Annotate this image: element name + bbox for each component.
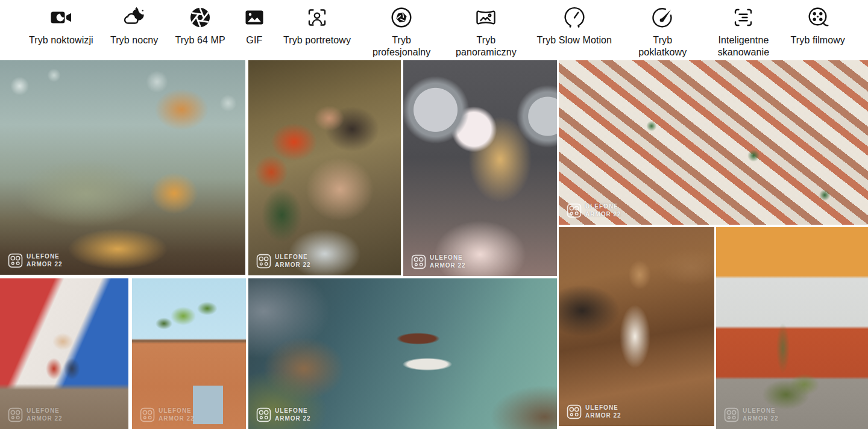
camera-module-icon	[567, 203, 582, 218]
watermark: ULEFONE ARMOR 22	[256, 407, 311, 422]
mode-label: Tryb profesjonalny	[368, 34, 435, 58]
mode-tryb-panoramiczny: Tryb panoramiczny	[452, 5, 520, 58]
camera-module-icon	[724, 407, 739, 422]
watermark: ULEFONE ARMOR 22	[8, 253, 63, 268]
watermark-model: ARMOR 22	[275, 415, 311, 423]
watermark-model: ARMOR 22	[430, 262, 466, 270]
watermark-brand: ULEFONE	[159, 407, 195, 415]
camera-module-icon	[256, 407, 271, 422]
gallery-photo-dog-rocks: ULEFONE ARMOR 22	[559, 227, 714, 426]
mode-tryb-filmowy: Tryb filmowy	[791, 5, 845, 46]
gallery-photo-french-bulldog: ULEFONE ARMOR 22	[0, 278, 128, 429]
watermark-model: ARMOR 22	[743, 415, 779, 423]
mode-label: Tryb nocny	[110, 34, 159, 46]
mode-label: Tryb 64 MP	[175, 34, 225, 46]
aperture-shutter-icon	[188, 5, 212, 30]
gallery-photo-terracotta-building: ULEFONE ARMOR 22	[132, 278, 246, 429]
watermark: ULEFONE ARMOR 22	[567, 404, 621, 419]
watermark-brand: ULEFONE	[743, 407, 779, 415]
film-reel-icon	[806, 5, 830, 30]
portrait-focus-frame-icon	[305, 5, 329, 30]
camera-module-icon	[567, 404, 582, 419]
watermark: ULEFONE ARMOR 22	[567, 203, 621, 218]
camera-module-icon	[411, 254, 426, 269]
watermark-brand: ULEFONE	[27, 407, 63, 415]
slow-motion-gauge-icon	[562, 5, 587, 30]
gallery-photo-cove-boats: ULEFONE ARMOR 22	[248, 278, 557, 429]
watermark-brand: ULEFONE	[585, 404, 621, 412]
watermark-model: ARMOR 22	[27, 261, 63, 269]
watermark: ULEFONE ARMOR 22	[411, 254, 466, 269]
time-lapse-speedometer-icon	[650, 5, 675, 30]
watermark-brand: ULEFONE	[275, 407, 311, 415]
mode-label: GIF	[246, 34, 262, 46]
mode-label: Tryb filmowy	[791, 34, 845, 46]
mode-label: Tryb poklatkowy	[629, 34, 696, 58]
mode-gif: GIF	[242, 5, 266, 46]
watermark-model: ARMOR 22	[585, 211, 621, 219]
gallery-photo-village-aerial: ULEFONE ARMOR 22	[559, 60, 868, 225]
smart-scan-icon	[731, 5, 755, 30]
gallery-photo-striped-wall: ULEFONE ARMOR 22	[716, 227, 868, 429]
camera-module-icon	[140, 407, 155, 422]
gallery-photo-iguana: ULEFONE ARMOR 22	[0, 60, 245, 275]
watermark: ULEFONE ARMOR 22	[256, 254, 311, 269]
mode-tryb-poklatkowy: Tryb poklatkowy	[629, 5, 696, 58]
camera-module-icon	[8, 253, 23, 268]
gallery-photo-woman-donut: ULEFONE ARMOR 22	[403, 60, 557, 276]
gif-image-icon	[242, 5, 266, 30]
watermark-model: ARMOR 22	[27, 415, 63, 423]
watermark: ULEFONE ARMOR 22	[140, 407, 195, 422]
mode-label: Tryb noktowizji	[29, 34, 93, 46]
watermark-model: ARMOR 22	[275, 261, 311, 269]
watermark-brand: ULEFONE	[430, 254, 466, 262]
camera-module-icon	[256, 254, 271, 269]
night-vision-video-icon	[49, 5, 73, 30]
mode-tryb-64mp: Tryb 64 MP	[175, 5, 225, 46]
night-cloud-moon-icon	[122, 5, 146, 30]
watermark-brand: ULEFONE	[27, 253, 63, 261]
mode-label: Tryb panoramiczny	[452, 34, 520, 58]
camera-module-icon	[8, 407, 23, 422]
watermark-brand: ULEFONE	[585, 203, 621, 211]
watermark-model: ARMOR 22	[159, 415, 195, 423]
watermark-brand: ULEFONE	[275, 254, 311, 261]
mode-tryb-profesjonalny: Tryb profesjonalny	[368, 5, 435, 58]
camera-modes-strip: Tryb noktowizji Tryb nocny	[0, 0, 868, 60]
watermark-model: ARMOR 22	[585, 412, 621, 420]
panorama-icon	[474, 5, 498, 30]
mode-label: Tryb portretowy	[283, 34, 351, 46]
pro-aperture-outline-icon	[389, 5, 414, 30]
watermark: ULEFONE ARMOR 22	[724, 407, 779, 422]
mode-inteligentne-skanowanie: Inteligentne skanowanie	[713, 5, 773, 58]
gallery-photo-woman-flowers: ULEFONE ARMOR 22	[248, 60, 401, 275]
watermark: ULEFONE ARMOR 22	[8, 407, 63, 422]
mode-label: Tryb Slow Motion	[537, 34, 612, 46]
sample-photo-gallery: ULEFONE ARMOR 22 ULEFONE ARMOR 22	[0, 60, 868, 429]
mode-tryb-portretowy: Tryb portretowy	[283, 5, 351, 46]
mode-tryb-noktowizji: Tryb noktowizji	[29, 5, 93, 46]
mode-label: Inteligentne skanowanie	[713, 34, 773, 58]
mode-tryb-slow-motion: Tryb Slow Motion	[537, 5, 612, 46]
mode-tryb-nocny: Tryb nocny	[110, 5, 159, 46]
